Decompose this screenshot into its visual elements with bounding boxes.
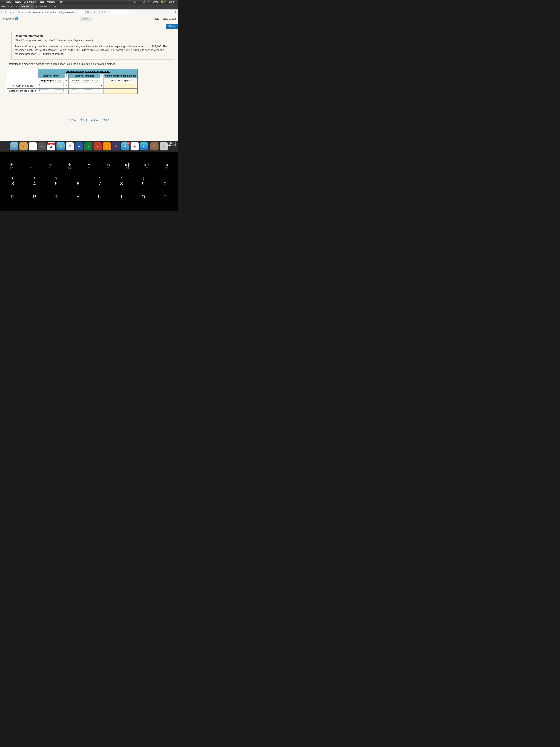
saved-indicator: Saved — [80, 17, 92, 21]
prev-button[interactable]: < Prev — [69, 118, 76, 121]
keyboard: ☀F2⊡F3⊞F4✵F5✦F6◃◃F7▷||F8▷▷F9◁F10 #3$4%5^… — [0, 152, 178, 211]
page-total: of 5 — [91, 118, 95, 121]
tab-connect[interactable]: Connect ✕ — [19, 3, 34, 9]
factor-input-2[interactable] — [39, 89, 63, 92]
menu-item[interactable]: Help — [58, 0, 62, 3]
op-eq: = — [100, 78, 104, 83]
pct-select-0[interactable]: Double the straight-line rate — [70, 79, 99, 82]
key-4: $4 — [29, 177, 40, 186]
battery-icon[interactable]: 🔋⚡ — [161, 0, 166, 3]
key-F4: ⊞F4 — [45, 163, 56, 169]
dock: 😊 🦅 ✉️ ⚙️ NOV 4 🧭 🎵 W X P ▲ 🦊 💬 33 🤖 A 📦… — [0, 141, 178, 152]
search-field[interactable]: 🔍 Search — [100, 10, 129, 14]
page-number-input[interactable] — [83, 118, 90, 122]
op-eq: = — [100, 74, 104, 78]
info-badge-icon[interactable]: i — [15, 17, 18, 20]
factor-input-1[interactable] — [39, 84, 63, 87]
lock-icon: 🔒 — [9, 11, 12, 14]
key-U: U — [94, 194, 105, 200]
tab-label: New Tab — [39, 5, 47, 8]
homework-label: homework — [2, 17, 14, 20]
url-field[interactable]: 🔒 https://ezto.mheducation.com/ext/map/i… — [8, 10, 85, 14]
key-6: ^6 — [73, 177, 83, 186]
settings-icon[interactable]: ⚙️ — [38, 142, 46, 150]
save-exit-link[interactable]: Save & Exit — [163, 17, 176, 20]
pct-input-2[interactable] — [72, 89, 96, 92]
do-not-disturb-icon[interactable]: ⊘ — [134, 0, 136, 3]
bookmark-icon[interactable]: ☆ — [96, 11, 98, 14]
more-icon[interactable]: ••• — [90, 11, 92, 14]
menu-item[interactable]: Bookmarks — [24, 0, 36, 3]
screen-mirror-icon[interactable]: ⛶ — [129, 0, 131, 3]
battery-percent: 30% — [153, 0, 158, 3]
cal-month: NOV — [47, 144, 55, 145]
pct-input-1[interactable] — [72, 84, 96, 87]
pocket-icon[interactable]: ⌄ — [93, 11, 95, 14]
appstore-icon[interactable]: A — [140, 142, 148, 150]
key-7: &7 — [94, 177, 105, 186]
firefox-icon[interactable]: 🦊 — [112, 142, 120, 150]
firefox-icon: ◉ — [35, 5, 37, 8]
required-subtitle: [The following information applies to th… — [15, 39, 171, 42]
new-tab-button[interactable]: + — [52, 5, 58, 8]
messages-icon[interactable]: 💬 33 — [121, 142, 129, 150]
key-I: I — [116, 194, 127, 200]
close-icon[interactable]: ✕ — [49, 5, 51, 8]
info-icon[interactable]: ⓘ — [1, 11, 3, 14]
powerpoint-icon[interactable]: P — [94, 142, 102, 150]
next-button[interactable]: Next > — [102, 118, 109, 121]
key-O: O — [138, 194, 149, 200]
link-icon: 🔗 — [80, 118, 83, 121]
close-icon[interactable]: ✕ — [30, 5, 32, 8]
tab-new[interactable]: ◉ New Tab ✕ — [34, 3, 52, 9]
op-x: x — [65, 78, 69, 83]
result-1[interactable] — [104, 83, 137, 88]
url-text: https://ezto.mheducation.com/ext/map/ind… — [12, 11, 78, 14]
finder-icon[interactable]: 😊 — [10, 142, 18, 150]
clock-day: Wed N — [169, 0, 177, 3]
browser-tab-strip: -Hill Connect ✕ Connect ✕ ◉ New Tab ✕ + — [0, 3, 178, 9]
calendar-icon[interactable]: NOV 4 — [47, 142, 55, 150]
op-x: x — [65, 83, 69, 88]
key-F2: ☀F2 — [6, 163, 17, 169]
safari-icon[interactable]: 🧭 — [56, 142, 64, 150]
shield-icon[interactable]: ⛨ — [4, 11, 7, 14]
wifi-icon[interactable]: ᯤ — [148, 0, 150, 3]
key-F8: ▷||F8 — [122, 163, 133, 169]
download-icon[interactable]: ⬇ — [175, 11, 177, 14]
check-button[interactable]: Check — [166, 24, 178, 29]
menu-item[interactable]: Tools — [38, 0, 44, 3]
grid-icon[interactable]: ⊞ — [96, 118, 98, 121]
reader-icon[interactable]: ▤ — [87, 11, 89, 14]
menu-item[interactable]: History — [14, 0, 21, 3]
mail-icon[interactable]: ✉️ — [29, 142, 37, 150]
tab-hill-connect[interactable]: -Hill Connect ✕ — [0, 3, 19, 9]
factor-select-0[interactable]: Beginning book value — [39, 79, 63, 82]
music-icon[interactable]: 🎵 — [66, 142, 74, 150]
word-icon[interactable]: W — [75, 142, 83, 150]
menu-item[interactable]: lit — [1, 0, 3, 3]
preview-icon[interactable]: 🦅 — [20, 142, 28, 150]
row-second-year: Second year's depreciation — [7, 88, 38, 94]
key-P: P — [159, 194, 170, 200]
help-link[interactable]: Help — [154, 17, 159, 20]
result-2[interactable] — [104, 88, 137, 94]
key-0: )0 — [159, 177, 170, 186]
close-icon[interactable]: ✕ — [16, 5, 18, 8]
pager: < Prev 🔗 of 5 ⊞ Next > — [0, 118, 178, 125]
required-info-box: Required information [The following info… — [11, 32, 174, 59]
col-annual: Annual Depreciation Expense — [104, 74, 137, 78]
tab-label: Connect — [21, 5, 29, 8]
downloads-stack[interactable]: 📦 — [150, 142, 159, 150]
volume-icon[interactable]: 🔊 — [142, 0, 145, 3]
menu-item[interactable]: View — [6, 0, 11, 3]
depreciation-table: Double-declining-balance Depreciation Ch… — [7, 69, 138, 94]
search-placeholder: Search — [104, 11, 111, 14]
excel-icon[interactable]: X — [84, 142, 92, 150]
menu-item[interactable]: Window — [47, 0, 55, 3]
bluetooth-icon[interactable]: ᛒ — [138, 0, 140, 3]
vlc-icon[interactable]: ▲ — [103, 142, 111, 150]
op-x: x — [65, 74, 69, 78]
automator-icon[interactable]: 🤖 — [131, 142, 139, 150]
col-factors: Choose Factors: — [38, 74, 65, 78]
